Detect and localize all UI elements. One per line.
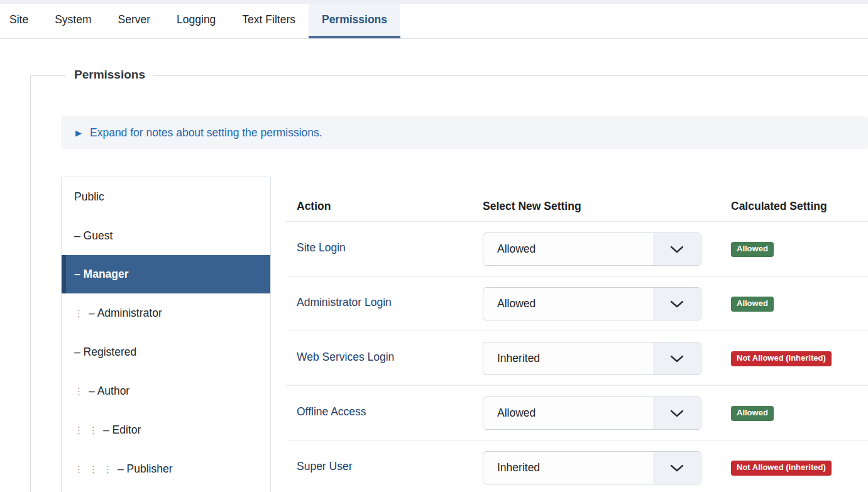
calculated-setting-badge: Allowed <box>731 406 774 421</box>
tree-indent-icon: ⋮ <box>103 464 118 474</box>
notes-accordion-toggle[interactable]: ▶ Expand for notes about setting the per… <box>61 116 868 149</box>
chevron-down-icon <box>653 397 701 429</box>
tab-system[interactable]: System <box>41 4 104 38</box>
action-label-site-login[interactable]: Site Login <box>297 241 346 254</box>
tree-indent-icon: ⋮ <box>74 425 89 435</box>
tab-site[interactable]: Site <box>0 4 41 38</box>
chevron-down-icon <box>653 452 701 484</box>
tree-indent-icon: ⋮ <box>89 425 103 435</box>
tab-logging[interactable]: Logging <box>163 4 229 38</box>
select-value: Inherited <box>497 352 540 365</box>
group-label: – Guest <box>74 229 113 243</box>
group-label: – Editor <box>103 424 141 437</box>
action-label-administrator-login[interactable]: Administrator Login <box>297 296 392 309</box>
group-item-administrator[interactable]: ⋮ – Administrator <box>62 293 270 332</box>
calculated-setting-badge: Allowed <box>731 297 774 312</box>
chevron-down-icon <box>653 342 701 374</box>
group-label: – Author <box>89 385 129 398</box>
table-row: Super User Inherited Not Allowed (Inheri… <box>286 440 868 492</box>
table-row: Web Services Login Inherited Not Allowed… <box>286 331 868 385</box>
table-row: Site Login Allowed Allowed <box>286 221 868 276</box>
column-header-select-new-setting: Select New Setting <box>483 177 731 221</box>
expand-arrow-icon: ▶ <box>75 129 82 137</box>
group-item-publisher[interactable]: ⋮ ⋮ ⋮ – Publisher <box>62 449 270 488</box>
chevron-down-icon <box>653 288 701 320</box>
table-row: Offline Access Allowed Allowed <box>286 385 868 440</box>
group-label: Public <box>74 190 104 204</box>
global-configuration-page: Site System Server Logging Text Filters … <box>0 0 868 492</box>
config-tabbar: Site System Server Logging Text Filters … <box>0 4 868 39</box>
tree-indent-icon: ⋮ <box>89 464 103 474</box>
new-setting-select[interactable]: Inherited <box>483 451 701 484</box>
calculated-setting-badge: Not Allowed (Inherited) <box>731 461 832 476</box>
group-label: – Administrator <box>89 307 162 320</box>
tab-server[interactable]: Server <box>105 4 164 38</box>
group-label: – Manager <box>74 268 129 281</box>
permissions-table: Action Select New Setting Calculated Set… <box>286 177 868 492</box>
new-setting-select[interactable]: Allowed <box>483 396 701 430</box>
group-item-editor[interactable]: ⋮ ⋮ – Editor <box>62 410 270 449</box>
group-label: – Publisher <box>118 462 173 476</box>
tab-text-filters[interactable]: Text Filters <box>229 4 309 38</box>
new-setting-select[interactable]: Allowed <box>483 287 701 320</box>
action-label-web-services-login[interactable]: Web Services Login <box>297 351 394 363</box>
tree-indent-icon: ⋮ <box>74 386 89 396</box>
action-label-super-user[interactable]: Super User <box>297 460 353 473</box>
tab-permissions[interactable]: Permissions <box>309 4 400 38</box>
new-setting-select[interactable]: Inherited <box>483 342 701 375</box>
group-item-public[interactable]: Public <box>62 177 270 216</box>
group-item-registered[interactable]: – Registered <box>62 332 270 371</box>
new-setting-select[interactable]: Allowed <box>483 232 701 266</box>
tree-indent-icon: ⋮ <box>74 309 89 318</box>
group-item-manager[interactable]: – Manager <box>62 255 270 293</box>
group-item-guest[interactable]: – Guest <box>62 216 270 255</box>
chevron-down-icon <box>653 233 701 265</box>
table-header-row: Action Select New Setting Calculated Set… <box>286 177 868 221</box>
group-item-author[interactable]: ⋮ – Author <box>62 371 270 410</box>
select-value: Allowed <box>497 297 536 310</box>
tree-indent-icon: ⋮ <box>74 464 89 474</box>
calculated-setting-badge: Allowed <box>731 242 774 257</box>
calculated-setting-badge: Not Allowed (Inherited) <box>731 351 832 366</box>
select-value: Allowed <box>497 407 536 420</box>
user-groups-list: Public – Guest – Manager ⋮ – Administrat… <box>61 177 271 492</box>
notes-toggle-label: Expand for notes about setting the permi… <box>90 126 322 139</box>
column-header-calculated-setting: Calculated Setting <box>731 177 868 221</box>
group-label: – Registered <box>74 346 136 359</box>
column-header-action: Action <box>297 177 483 221</box>
page-title: Permissions <box>66 66 153 84</box>
select-value: Inherited <box>497 461 540 474</box>
table-row: Administrator Login Allowed Allowed <box>286 276 868 331</box>
action-label-offline-access[interactable]: Offline Access <box>297 405 366 418</box>
select-value: Allowed <box>497 243 536 256</box>
